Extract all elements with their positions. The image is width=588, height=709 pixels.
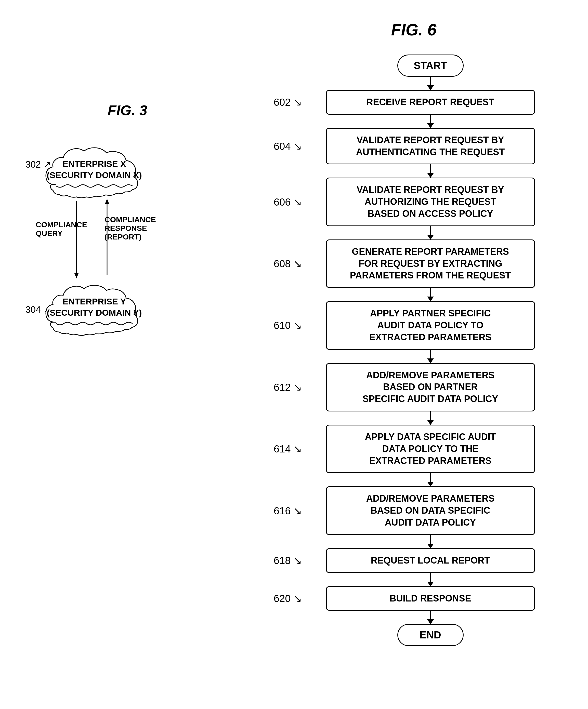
box-604: VALIDATE REPORT REQUEST BYAUTHENTICATING… [326, 128, 535, 164]
enterprise-x-cloud: ENTERPRISE X(SECURITY DOMAIN X) [41, 139, 148, 200]
box-610: APPLY PARTNER SPECIFICAUDIT DATA POLICY … [326, 301, 535, 349]
step-num-602: 602 ↘ [274, 96, 307, 108]
box-606: VALIDATE REPORT REQUEST BYAUTHORIZING TH… [326, 178, 535, 226]
step-num-612: 612 ↘ [274, 382, 307, 393]
step-row-614: 614 ↘ APPLY DATA SPECIFIC AUDITDATA POLI… [274, 425, 554, 473]
arrow-606-608 [326, 226, 535, 239]
enterprise-y-text: ENTERPRISE Y(SECURITY DOMAIN Y) [47, 296, 142, 318]
flowchart: START 602 ↘ RECEIVE REPORT REQUEST 604 ↘ [260, 54, 568, 646]
step-row-604: 604 ↘ VALIDATE REPORT REQUEST BYAUTHENTI… [274, 128, 554, 164]
enterprise-x-text: ENTERPRISE X(SECURITY DOMAIN X) [47, 158, 142, 181]
step-num-604: 604 ↘ [274, 140, 307, 152]
box-614: APPLY DATA SPECIFIC AUDITDATA POLICY TO … [326, 425, 535, 473]
box-612: ADD/REMOVE PARAMETERSBASED ON PARTNERSPE… [326, 363, 535, 412]
step-row-602: 602 ↘ RECEIVE REPORT REQUEST [274, 90, 554, 115]
step-num-618: 618 ↘ [274, 555, 307, 566]
step-num-614: 614 ↘ [274, 443, 307, 455]
arrow-616-618 [326, 535, 535, 548]
enterprise-y-cloud: ENTERPRISE Y(SECURITY DOMAIN Y) [41, 277, 148, 338]
step-row-616: 616 ↘ ADD/REMOVE PARAMETERSBASED ON DATA… [274, 486, 554, 535]
arrow-604-606 [326, 164, 535, 178]
step-row-620: 620 ↘ BUILD RESPONSE [274, 586, 554, 611]
fig6-title: FIG. 6 [260, 20, 568, 39]
arrow-618-620 [326, 573, 535, 586]
compliance-response-label: COMPLIANCERESPONSE(REPORT) [104, 215, 156, 241]
step-num-616: 616 ↘ [274, 505, 307, 517]
step-row-618: 618 ↘ REQUEST LOCAL REPORT [274, 548, 554, 573]
step-row-612: 612 ↘ ADD/REMOVE PARAMETERSBASED ON PART… [274, 363, 554, 412]
step-num-610: 610 ↘ [274, 319, 307, 331]
page: FIG. 3 302 ↗ ENTERPRISE X(SECURITY DOMAI… [0, 0, 588, 709]
box-616: ADD/REMOVE PARAMETERSBASED ON DATA SPECI… [326, 486, 535, 535]
arrow-610-612 [326, 350, 535, 363]
box-608: GENERATE REPORT PARAMETERSFOR REQUEST BY… [326, 239, 535, 288]
compliance-query-label: COMPLIANCEQUERY [36, 220, 87, 238]
step-num-620: 620 ↘ [274, 593, 307, 604]
fig3-panel: FIG. 3 302 ↗ ENTERPRISE X(SECURITY DOMAI… [0, 0, 229, 709]
step-num-606: 606 ↘ [274, 196, 307, 208]
fig6-panel: FIG. 6 START 602 ↘ RECEIVE REPORT REQUES… [229, 0, 588, 709]
arrow-612-614 [326, 412, 535, 425]
arrow-608-610 [326, 288, 535, 301]
fig3-title: FIG. 3 [41, 102, 214, 119]
step-row-608: 608 ↘ GENERATE REPORT PARAMETERSFOR REQU… [274, 239, 554, 288]
start-oval: START [398, 54, 464, 77]
cloud-diagram: 302 ↗ ENTERPRISE X(SECURITY DOMAIN X) [20, 134, 199, 363]
step-row-610: 610 ↘ APPLY PARTNER SPECIFICAUDIT DATA P… [274, 301, 554, 349]
box-618: REQUEST LOCAL REPORT [326, 548, 535, 573]
box-602: RECEIVE REPORT REQUEST [326, 90, 535, 115]
end-oval: END [398, 624, 464, 646]
step-row-606: 606 ↘ VALIDATE REPORT REQUEST BYAUTHORIZ… [274, 178, 554, 226]
step-num-608: 608 ↘ [274, 258, 307, 269]
arrow-602-604 [326, 115, 535, 128]
box-620: BUILD RESPONSE [326, 586, 535, 611]
arrow-614-616 [326, 473, 535, 486]
